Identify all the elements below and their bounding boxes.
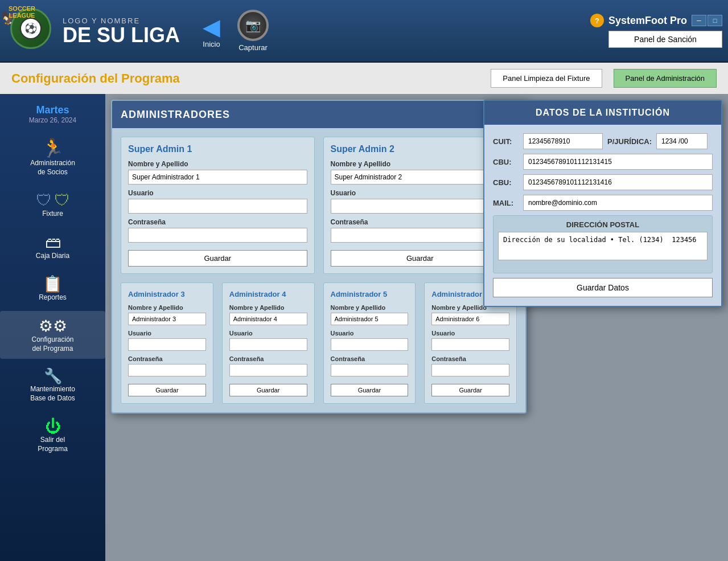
admin4-name-input[interactable] xyxy=(229,313,307,325)
socios-icon: 🏃 xyxy=(42,137,64,159)
sidebar-item-reportes[interactable]: 📋 Reportes xyxy=(0,269,105,308)
inicio-label: Inicio xyxy=(203,40,220,48)
admin6-pass-label: Contraseña xyxy=(431,355,509,362)
wrench-icon: 🔧 xyxy=(44,367,62,385)
admin5-pass-input[interactable] xyxy=(331,364,409,376)
admin5-save-button[interactable]: Guardar xyxy=(331,384,409,396)
admin4-save-button[interactable]: Guardar xyxy=(229,384,307,396)
super2-user-label: Usuario xyxy=(331,189,510,197)
juridica-input[interactable] xyxy=(656,133,708,149)
sidebar-item-socios[interactable]: 🏃 Administraciónde Socios xyxy=(0,132,105,182)
super2-title: Super Admin 2 xyxy=(331,144,510,154)
admin4-pass-input[interactable] xyxy=(229,364,307,376)
fixture-icon: 🛡🛡 xyxy=(36,191,70,210)
league-big: DE SU LIGA xyxy=(63,25,180,46)
top-right: ? SystemFoot Pro ─ □ Panel de Sanción xyxy=(590,14,722,48)
guardar-datos-button[interactable]: Guardar Datos xyxy=(493,278,713,297)
mail-input[interactable] xyxy=(523,195,713,211)
soccer-league-text: SOCCERLEAGUE xyxy=(9,5,35,19)
sanction-button[interactable]: Panel de Sanción xyxy=(608,31,722,48)
panel-fixture-button[interactable]: Panel Limpieza del Fixture xyxy=(491,69,602,88)
main-content: Martes Marzo 26, 2024 🏃 Administraciónde… xyxy=(0,94,728,561)
admin6-name-input[interactable] xyxy=(431,313,509,325)
cuit-row: CUIT: P/JURÍDICA: xyxy=(493,133,713,149)
reportes-label: Reportes xyxy=(39,293,67,302)
admin5-user-label: Usuario xyxy=(331,330,409,337)
admin5-user-input[interactable] xyxy=(331,338,409,351)
cuit-input[interactable] xyxy=(523,133,603,149)
cbu1-input[interactable] xyxy=(523,154,713,170)
logo-area: 🦅 ⚽ SOCCERLEAGUE LOGO Y NOMBRE DE SU LIG… xyxy=(6,5,180,56)
admin3-pass-input[interactable] xyxy=(128,364,206,376)
app-title: SystemFoot Pro xyxy=(608,15,687,27)
super2-name-input[interactable] xyxy=(331,170,510,185)
capture-button[interactable]: 📷 Capturar xyxy=(237,10,269,52)
maximize-button[interactable]: □ xyxy=(708,15,722,26)
sidebar-item-caja[interactable]: 🗃 Caja Diaria xyxy=(0,227,105,267)
window-buttons: ─ □ xyxy=(692,15,722,26)
postal-section: DIRECCIÓN POSTAL Dirección de su localid… xyxy=(493,215,713,273)
super2-user-input[interactable] xyxy=(331,199,510,214)
mail-row: MAIL: xyxy=(493,195,713,211)
modal-title: ADMINISTRADORES xyxy=(121,109,230,121)
admin6-save-button[interactable]: Guardar xyxy=(431,384,509,396)
help-button[interactable]: ? xyxy=(590,14,604,27)
admin3-user-label: Usuario xyxy=(128,330,206,337)
super2-pass-input[interactable] xyxy=(331,228,510,243)
page-area: Fot La foprefeprop ADMINISTRADORES X Sup… xyxy=(105,94,728,561)
admin-card-4: Administrador 4 Nombre y Apellido Usuari… xyxy=(222,282,315,404)
admin5-title: Administrador 5 xyxy=(331,290,409,298)
admin4-title: Administrador 4 xyxy=(229,290,307,298)
cbu2-input[interactable] xyxy=(523,174,713,190)
admin3-pass-label: Contraseña xyxy=(128,355,206,362)
salir-label: Salir delPrograma xyxy=(38,436,68,453)
postal-title: DIRECCIÓN POSTAL xyxy=(498,220,708,229)
camera-icon: 📷 xyxy=(237,10,269,41)
sidebar-item-salir[interactable]: ⏻ Salir delPrograma xyxy=(0,411,105,459)
institution-panel: DATOS DE LA INSTITUCIÓN CUIT: P/JURÍDICA… xyxy=(483,100,722,307)
super2-save-button[interactable]: Guardar xyxy=(331,250,510,267)
sidebar-item-fixture[interactable]: 🛡🛡 Fixture xyxy=(0,185,105,224)
admin6-user-input[interactable] xyxy=(431,338,509,351)
admin4-user-input[interactable] xyxy=(229,338,307,351)
super1-pass-input[interactable] xyxy=(128,228,307,243)
super1-user-input[interactable] xyxy=(128,199,307,214)
super1-name-input[interactable] xyxy=(128,170,307,185)
juridica-label: P/JURÍDICA: xyxy=(607,137,652,146)
admin4-pass-label: Contraseña xyxy=(229,355,307,362)
league-text: LOGO Y NOMBRE DE SU LIGA xyxy=(63,17,180,46)
admin3-name-label: Nombre y Apellido xyxy=(128,304,206,311)
super1-name-label: Nombre y Apellido xyxy=(128,160,307,168)
cbu1-label: CBU: xyxy=(493,158,519,166)
admin3-user-input[interactable] xyxy=(128,338,206,351)
modal-header: ADMINISTRADORES X xyxy=(112,101,525,128)
sidebar-date-text: Marzo 26, 2024 xyxy=(29,116,76,124)
admin3-save-button[interactable]: Guardar xyxy=(128,384,206,396)
back-arrow-icon: ◀ xyxy=(203,14,220,40)
admin3-title: Administrador 3 xyxy=(128,290,206,298)
modal-body-bottom: Administrador 3 Nombre y Apellido Usuari… xyxy=(112,282,525,412)
admin4-user-label: Usuario xyxy=(229,330,307,337)
admin5-name-input[interactable] xyxy=(331,313,409,325)
cbu2-row: CBU: xyxy=(493,174,713,190)
sidebar-item-config[interactable]: ⚙⚙ Configuracióndel Programa xyxy=(0,311,105,359)
super1-user-label: Usuario xyxy=(128,189,307,197)
super2-pass-label: Contraseña xyxy=(331,218,510,226)
admin6-pass-input[interactable] xyxy=(431,364,509,376)
panel-admin-button[interactable]: Panel de Administración xyxy=(614,69,717,88)
capturar-label: Capturar xyxy=(238,43,268,52)
config-title: Configuración del Programa xyxy=(11,71,180,86)
admin-card-3: Administrador 3 Nombre y Apellido Usuari… xyxy=(121,282,213,404)
minimize-button[interactable]: ─ xyxy=(692,15,706,26)
sidebar-item-mantenimiento[interactable]: 🔧 MantenimientoBase de Datos xyxy=(0,362,105,408)
admin3-name-input[interactable] xyxy=(128,313,206,325)
super1-save-button[interactable]: Guardar xyxy=(128,250,307,267)
caja-icon: 🗃 xyxy=(45,233,61,252)
postal-textarea[interactable]: Dirección de su localidad • Tel. (1234) … xyxy=(498,232,708,260)
admin-modal: ADMINISTRADORES X Super Admin 1 Nombre y… xyxy=(111,100,527,413)
admin4-name-label: Nombre y Apellido xyxy=(229,304,307,311)
inst-header: DATOS DE LA INSTITUCIÓN xyxy=(484,101,721,125)
socios-label: Administraciónde Socios xyxy=(30,159,75,177)
inicio-button[interactable]: ◀ Inicio xyxy=(203,14,220,48)
super1-title: Super Admin 1 xyxy=(128,144,307,154)
